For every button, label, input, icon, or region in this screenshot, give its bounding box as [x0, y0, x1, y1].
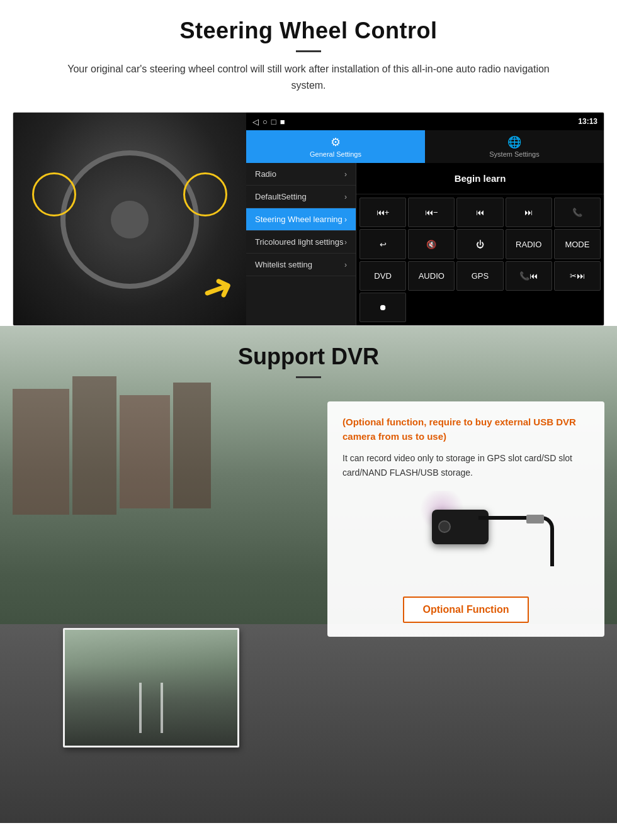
android-tabs[interactable]: ⚙ General Settings 🌐 System Settings — [246, 130, 604, 163]
recents-icon: □ — [271, 117, 276, 126]
optional-function-button[interactable]: Optional Function — [403, 596, 529, 623]
steering-hub — [111, 201, 149, 238]
dvr-screenshot-thumbnail — [63, 628, 239, 748]
control-grid: ⏮+ ⏮− ⏮ ⏭ 📞 ↩ 🔇 ⏻ RADIO MODE DVD AUDIO — [356, 194, 604, 325]
road-line-2 — [161, 683, 163, 733]
ctrl-next-track[interactable]: ⏭ — [506, 198, 552, 227]
section1: Steering Wheel Control Your original car… — [0, 0, 617, 326]
status-clock: 13:13 — [578, 117, 597, 126]
ctrl-mode[interactable]: MODE — [554, 229, 601, 259]
menu-item-radio[interactable]: Radio › — [246, 163, 356, 186]
road-line-1 — [139, 683, 142, 733]
section1-subtitle: Your original car's steering wheel contr… — [50, 61, 567, 93]
steering-demo: ➜ ◁ ○ □ ■ 13:13 ⚙ General Settings — [13, 112, 604, 326]
highlight-circle-right — [183, 172, 227, 216]
camera-lens — [438, 520, 451, 533]
ctrl-vol-down[interactable]: ⏮− — [408, 198, 455, 227]
chevron-right-icon: › — [344, 260, 347, 269]
ctrl-phone[interactable]: 📞 — [554, 198, 601, 227]
menu-icon: ■ — [280, 117, 285, 126]
camera-cable — [478, 516, 554, 566]
steering-photo: ➜ — [13, 113, 246, 326]
menu-item-steering-wheel[interactable]: Steering Wheel learning › — [246, 208, 356, 231]
section1-title-area: Steering Wheel Control Your original car… — [0, 0, 617, 101]
android-panel: ◁ ○ □ ■ 13:13 ⚙ General Settings 🌐 Syste… — [246, 113, 604, 325]
arrow-icon: ➜ — [196, 266, 239, 311]
section2-title: Support DVR — [25, 344, 592, 370]
page-title: Steering Wheel Control — [25, 18, 592, 44]
chevron-right-icon: › — [344, 215, 347, 224]
ctrl-record[interactable]: ⏺ — [359, 293, 406, 322]
back-icon: ◁ — [252, 117, 259, 126]
chevron-right-icon: › — [344, 193, 347, 201]
ctrl-back[interactable]: ↩ — [359, 229, 406, 259]
ctrl-phone-prev[interactable]: 📞⏮ — [506, 261, 552, 291]
dvr-description: It can record video only to storage in G… — [342, 451, 589, 479]
statusbar-nav-icons: ◁ ○ □ ■ — [252, 117, 285, 126]
ctrl-radio[interactable]: RADIO — [506, 229, 552, 259]
android-body: Radio › DefaultSetting › Steering Wheel … — [246, 163, 604, 325]
highlight-circle-left — [32, 172, 76, 216]
ctrl-audio[interactable]: AUDIO — [408, 261, 455, 291]
ctrl-gps[interactable]: GPS — [456, 261, 503, 291]
tab-general-settings[interactable]: ⚙ General Settings — [246, 130, 425, 163]
title-divider — [296, 50, 321, 52]
chevron-right-icon: › — [344, 170, 347, 179]
steering-wheel-circle — [60, 150, 199, 289]
optional-function-wrapper: Optional Function — [342, 596, 589, 623]
usb-plug — [526, 515, 544, 524]
android-menu: Radio › DefaultSetting › Steering Wheel … — [246, 163, 356, 325]
android-statusbar: ◁ ○ □ ■ 13:13 — [246, 113, 604, 130]
menu-whitelist-label: Whitelist setting — [255, 260, 312, 269]
ctrl-next-mixed[interactable]: ✂⏭ — [554, 261, 601, 291]
dvr-info-card: (Optional function, require to buy exter… — [327, 401, 604, 637]
tab-system-settings[interactable]: 🌐 System Settings — [425, 130, 604, 163]
dvr-optional-heading: (Optional function, require to buy exter… — [342, 415, 589, 444]
begin-learn-area: Begin learn — [356, 163, 604, 194]
menu-defaultsetting-label: DefaultSetting — [255, 192, 307, 201]
menu-item-whitelist[interactable]: Whitelist setting › — [246, 254, 356, 276]
dvr-camera-image — [342, 491, 589, 585]
ctrl-vol-up[interactable]: ⏮+ — [359, 198, 406, 227]
ctrl-dvd[interactable]: DVD — [359, 261, 406, 291]
tab-general-label: General Settings — [310, 150, 361, 158]
menu-tricoloured-label: Tricoloured light settings — [255, 237, 343, 247]
menu-item-tricoloured[interactable]: Tricoloured light settings › — [246, 231, 356, 254]
ctrl-prev-track[interactable]: ⏮ — [456, 198, 503, 227]
section2-title-area: Support DVR — [0, 326, 617, 386]
menu-item-defaultsetting[interactable]: DefaultSetting › — [246, 186, 356, 208]
android-content: Begin learn ⏮+ ⏮− ⏮ ⏭ 📞 ↩ 🔇 ⏻ RADIO — [356, 163, 604, 325]
system-icon: 🌐 — [507, 135, 521, 149]
ctrl-mute[interactable]: 🔇 — [408, 229, 455, 259]
ctrl-power[interactable]: ⏻ — [456, 229, 503, 259]
steering-wheel-image: ➜ — [13, 113, 246, 326]
chevron-right-icon: › — [344, 238, 347, 247]
menu-radio-label: Radio — [255, 169, 276, 179]
dvr-screenshot-inner — [65, 630, 237, 746]
home-icon: ○ — [263, 117, 268, 126]
menu-steering-label: Steering Wheel learning — [255, 215, 342, 224]
section2-divider — [296, 376, 321, 378]
begin-learn-button[interactable]: Begin learn — [448, 169, 512, 188]
section2: Support DVR (Optional function, require … — [0, 326, 617, 823]
gear-icon: ⚙ — [331, 135, 341, 149]
tab-system-label: System Settings — [489, 150, 539, 158]
